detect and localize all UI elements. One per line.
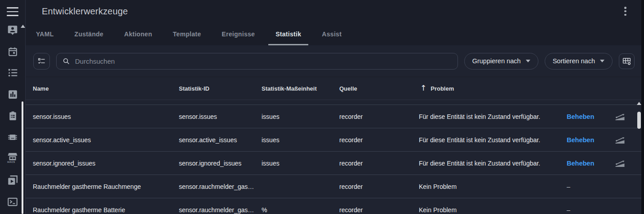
filter-list-check-icon bbox=[37, 57, 46, 66]
cell-statistik-id: sensor.rauchmelder_gas… bbox=[179, 183, 262, 190]
cell-problem: Für diese Entität ist kein Zustand verfü… bbox=[419, 160, 565, 167]
tab-bar: YAML Zustände Aktionen Template Ereignis… bbox=[26, 22, 644, 45]
slope-chart-icon bbox=[614, 111, 626, 122]
sort-ascending-icon: ↑ bbox=[420, 83, 426, 92]
sidebar-item-esphome[interactable] bbox=[6, 131, 19, 144]
column-settings-button[interactable] bbox=[619, 53, 635, 69]
page-title: Entwicklerwerkzeuge bbox=[42, 6, 128, 17]
table-header-row: Name Statistik-ID Statistik-Maßeinheit Q… bbox=[26, 77, 644, 100]
cell-source: recorder bbox=[339, 113, 419, 120]
tab-statistik[interactable]: Statistik bbox=[265, 22, 311, 45]
tab-template[interactable]: Template bbox=[163, 22, 212, 45]
account-badge-icon bbox=[7, 24, 18, 36]
fix-issue-link[interactable]: Beheben bbox=[565, 136, 605, 144]
sidebar-item-media[interactable] bbox=[6, 174, 19, 187]
slope-chart-icon bbox=[614, 158, 626, 169]
sidebar-item-person[interactable] bbox=[6, 24, 19, 36]
open-chart-button[interactable] bbox=[605, 135, 644, 145]
table-row[interactable]: sensor.active_issues sensor.active_issue… bbox=[26, 128, 644, 152]
table-row[interactable]: Rauchmelder gastherme Rauchmenge sensor.… bbox=[26, 175, 644, 198]
tab-assist[interactable]: Assist bbox=[311, 22, 352, 45]
fix-issue-link[interactable]: Beheben bbox=[565, 113, 605, 120]
cell-name: sensor.issues bbox=[33, 113, 179, 120]
partial-scrolled-row bbox=[26, 100, 644, 105]
column-header-name[interactable]: Name bbox=[33, 85, 179, 92]
table-toolbar: Gruppieren nach Sortieren nach bbox=[26, 45, 644, 77]
cell-name: sensor.active_issues bbox=[33, 136, 179, 144]
cell-statistik-id: sensor.active_issues bbox=[179, 136, 262, 144]
sidebar: HACS bbox=[0, 0, 26, 214]
cell-name: Rauchmelder gastherme Batterie bbox=[33, 206, 179, 214]
table-settings-icon bbox=[622, 57, 631, 66]
cell-statistik-id: sensor.issues bbox=[179, 113, 262, 120]
table-scroll-up-icon[interactable] bbox=[637, 102, 641, 105]
sidebar-item-logbook[interactable] bbox=[6, 66, 19, 79]
search-input[interactable] bbox=[75, 57, 452, 65]
developer-tools-page: HACS Entwicklerwerkzeuge YAML Zustände A… bbox=[0, 0, 644, 214]
cell-unit: issues bbox=[262, 160, 339, 167]
overflow-menu-icon[interactable] bbox=[624, 7, 627, 16]
tab-yaml[interactable]: YAML bbox=[26, 22, 64, 45]
cell-problem: Kein Problem bbox=[419, 206, 565, 214]
cell-source: recorder bbox=[339, 160, 419, 167]
logbook-list-icon bbox=[7, 67, 18, 79]
cell-statistik-id: sensor.ignored_issues bbox=[179, 160, 262, 167]
cell-problem: Kein Problem bbox=[419, 183, 565, 190]
cell-unit: issues bbox=[262, 113, 339, 120]
sort-by-button[interactable]: Sortieren nach bbox=[545, 53, 613, 70]
column-header-problem[interactable]: ↑ Problem bbox=[419, 84, 565, 93]
sidebar-item-history[interactable] bbox=[6, 88, 19, 100]
cell-statistik-id: sensor.rauchmelder_gas… bbox=[179, 206, 262, 214]
cell-name: sensor.ignored_issues bbox=[33, 160, 179, 167]
cell-name: Rauchmelder gastherme Rauchmenge bbox=[33, 183, 179, 190]
chip-icon bbox=[7, 131, 18, 143]
cell-problem: Für diese Entität ist kein Zustand verfü… bbox=[419, 113, 565, 120]
main-area: Entwicklerwerkzeuge YAML Zustände Aktion… bbox=[26, 0, 644, 214]
slope-chart-icon bbox=[614, 135, 626, 145]
cell-unit: issues bbox=[262, 136, 339, 144]
column-header-masseinheit[interactable]: Statistik-Maßeinheit bbox=[262, 85, 339, 92]
table-row[interactable]: sensor.issues sensor.issues issues recor… bbox=[26, 105, 644, 128]
tab-zustaende[interactable]: Zustände bbox=[64, 22, 114, 45]
sidebar-item-todo[interactable] bbox=[6, 109, 19, 122]
fix-issue-link[interactable]: Beheben bbox=[565, 160, 605, 167]
hacs-label: HACS bbox=[0, 161, 22, 163]
table-row[interactable]: sensor.ignored_issues sensor.ignored_iss… bbox=[26, 152, 644, 175]
history-chart-icon bbox=[7, 89, 18, 100]
cell-problem: Für diese Entität ist kein Zustand verfü… bbox=[419, 136, 565, 144]
table-body: sensor.issues sensor.issues issues recor… bbox=[26, 100, 644, 214]
hacs-store-icon bbox=[7, 153, 18, 162]
table-scrollbar-thumb[interactable] bbox=[637, 112, 641, 129]
column-header-statistik-id[interactable]: Statistik-ID bbox=[179, 85, 262, 92]
sidebar-item-calendar[interactable] bbox=[6, 45, 19, 58]
column-header-quelle[interactable]: Quelle bbox=[339, 85, 419, 92]
group-by-button[interactable]: Gruppieren nach bbox=[464, 53, 538, 70]
cell-source: recorder bbox=[339, 183, 419, 190]
search-icon bbox=[62, 57, 70, 65]
cell-source: recorder bbox=[339, 206, 419, 214]
tab-ereignisse[interactable]: Ereignisse bbox=[211, 22, 265, 45]
sidebar-scroll-up-icon[interactable] bbox=[21, 25, 25, 28]
table-row[interactable]: Rauchmelder gastherme Batterie sensor.ra… bbox=[26, 198, 644, 214]
tab-aktionen[interactable]: Aktionen bbox=[114, 22, 162, 45]
no-action-dash: – bbox=[565, 183, 605, 190]
sidebar-scrollbar[interactable] bbox=[22, 101, 23, 214]
no-action-dash: – bbox=[565, 206, 605, 214]
sidebar-item-terminal[interactable] bbox=[6, 196, 19, 208]
cell-unit: % bbox=[262, 206, 339, 214]
chevron-down-icon bbox=[526, 60, 530, 62]
media-browser-icon bbox=[7, 175, 18, 186]
filter-button[interactable] bbox=[33, 53, 50, 70]
page-scrollbar-track[interactable] bbox=[641, 0, 644, 214]
cell-source: recorder bbox=[339, 136, 419, 144]
terminal-icon bbox=[7, 196, 18, 208]
app-bar: Entwicklerwerkzeuge bbox=[26, 0, 644, 22]
todo-clipboard-icon bbox=[7, 110, 18, 122]
menu-icon[interactable] bbox=[7, 7, 18, 16]
search-box bbox=[56, 53, 458, 70]
open-chart-button[interactable] bbox=[605, 158, 644, 169]
calendar-icon bbox=[7, 46, 18, 57]
chevron-down-icon bbox=[600, 60, 604, 62]
